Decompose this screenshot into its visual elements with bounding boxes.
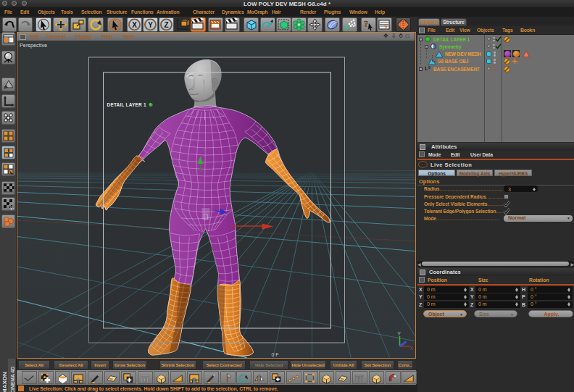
svg-text:MAXON: MAXON	[1, 372, 8, 392]
svg-text:CINEMA 4D: CINEMA 4D	[10, 367, 15, 392]
svg-text:0 F: 0 F	[272, 352, 279, 357]
svg-text:?: ?	[384, 24, 388, 31]
svg-text:X: X	[410, 346, 414, 351]
svg-text:Y: Y	[398, 331, 402, 336]
svg-text:?: ?	[364, 18, 369, 29]
svg-text:Y: Y	[148, 21, 153, 29]
svg-text:Z: Z	[164, 21, 168, 29]
svg-text:DETAIL LAYER 1: DETAIL LAYER 1	[107, 102, 147, 107]
svg-text:X: X	[132, 21, 137, 29]
